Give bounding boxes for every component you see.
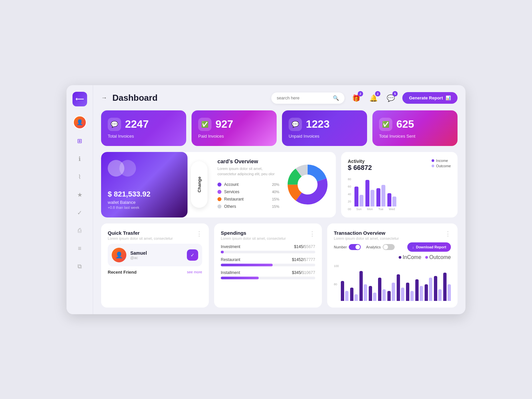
y-axis: 80 60 40 20 00 [348, 178, 351, 211]
notification-icon-button[interactable]: 🔔 2 [367, 92, 380, 104]
stat-cards-row: 💬 2247 Total Invoices ✅ 927 Paid Invoice… [101, 110, 458, 146]
stat-card-unpaid-invoices[interactable]: 💬 1223 Unpaid Invoices [282, 110, 367, 146]
bar-label-sun: Sun [356, 207, 362, 211]
transaction-overview-panel: Transaction Overview Lorem ipsum dolor s… [327, 223, 458, 308]
tx-income-3 [359, 271, 363, 301]
tx-income-4 [369, 286, 372, 301]
stat-card-sent-invoices[interactable]: ✅ 625 Total Invoices Sent [372, 110, 458, 146]
sidebar-item-print[interactable]: ⎙ [74, 225, 86, 237]
tx-outcome-4 [373, 293, 376, 301]
tx-income-11 [434, 276, 437, 301]
back-arrow-icon: → [101, 94, 107, 101]
stat-card-paid-invoices[interactable]: ✅ 927 Paid Invoices [192, 110, 277, 146]
stat-card-total-invoices[interactable]: 💬 2247 Total Invoices [101, 110, 186, 146]
transaction-legend: InCome Outcome [334, 254, 451, 260]
send-button[interactable]: ✓ [187, 249, 198, 261]
income-label-tx: InCome [403, 254, 421, 260]
legend-label-restaurant: Restaurant [224, 197, 244, 201]
pie-legend: Account 20% Services 40% [217, 182, 279, 209]
stat-header: ✅ 625 [379, 118, 451, 131]
income-dot-tx [399, 256, 401, 259]
stat-icon: ✅ [379, 118, 392, 131]
number-toggle[interactable] [349, 244, 361, 250]
spendings-header: Spendings Lorem ipsum dolor sit amet, co… [221, 230, 315, 240]
spending-item-restaurant: Restaurant $1452/$7777 [221, 257, 315, 266]
search-bar[interactable]: 🔍 [271, 92, 344, 104]
tx-outcome-2 [354, 294, 358, 301]
legend-label-others: Others [224, 204, 236, 209]
sidebar-item-info[interactable]: ℹ [74, 153, 86, 165]
tx-chart-wrapper: 100 80 [334, 262, 451, 301]
outcome-bar-sun [359, 195, 363, 206]
legend-dot-account [217, 183, 221, 187]
progress-bar-investment [221, 251, 315, 253]
spendings-menu-icon[interactable]: ⋮ [309, 230, 315, 237]
activity-legend: Income Outcome [432, 159, 451, 168]
outcome-label: Outcome [436, 164, 451, 168]
outcome-bar-wed [392, 197, 396, 206]
app-container: ⟵ 👤 ⊞ ℹ ⌇ ★ ✓ ⎙ ≡ ⧉ → Dashboard 🔍 🎁 2 [66, 85, 466, 314]
stat-header: 💬 1223 [289, 118, 360, 131]
gift-icon-button[interactable]: 🎁 2 [350, 92, 362, 104]
stat-icon: 💬 [108, 118, 121, 131]
transaction-title: Transaction Overview [334, 230, 399, 236]
spending-amount-investment: $145/$5677 [294, 244, 315, 249]
tx-income-12 [443, 273, 447, 301]
sidebar-item-dashboard[interactable]: ⊞ [74, 135, 86, 147]
tx-outcome-1 [345, 291, 348, 301]
see-more-link[interactable]: see more [187, 270, 202, 274]
tx-outcome-3 [364, 284, 367, 301]
transaction-menu-icon[interactable]: ⋮ [445, 230, 451, 237]
sidebar-item-check[interactable]: ✓ [74, 207, 86, 219]
legend-item-restaurant: Restaurant 15% [217, 197, 279, 201]
sidebar-logo[interactable]: ⟵ [72, 92, 87, 106]
tx-bar-chart [341, 264, 451, 301]
tx-bar-8 [406, 283, 414, 301]
circle-right [119, 160, 136, 177]
legend-pct-others: 15% [272, 204, 279, 208]
bar-chart-icon: 📊 [446, 95, 451, 100]
wallet-label: wallet Balance [108, 200, 181, 205]
activity-title: Activity [348, 159, 372, 164]
tx-outcome-6 [392, 283, 395, 301]
quick-transfer-menu-icon[interactable]: ⋮ [196, 230, 202, 237]
wallet-change: +0.8 than last week [108, 205, 181, 209]
transaction-controls-row: Number Analytics ↓ Download Report [334, 242, 451, 252]
sidebar-item-layers[interactable]: ⧉ [74, 261, 86, 273]
download-label: Download Report [416, 245, 446, 249]
user-avatar[interactable]: 👤 [73, 116, 86, 129]
user-row: 👤 Samuel @ac ✓ [108, 244, 202, 266]
download-report-button[interactable]: ↓ Download Report [407, 242, 451, 252]
analytics-toggle-group: Analytics [366, 244, 395, 250]
download-icon: ↓ [412, 245, 414, 249]
income-legend: InCome [399, 254, 421, 260]
message-icon-button[interactable]: 💬 5 [384, 92, 397, 104]
legend-item-services: Services 40% [217, 190, 279, 194]
quick-transfer-header: Quick Trasfer Lorem ipsum dolor sit amet… [108, 230, 202, 240]
income-legend-item: Income [432, 159, 451, 163]
outcome-dot-tx [425, 256, 428, 259]
sidebar-item-analytics[interactable]: ⌇ [74, 171, 86, 183]
number-toggle-group: Number [334, 244, 361, 250]
middle-row: $ 821,533.92 wallet Balance +0.8 than la… [101, 152, 458, 217]
income-bar-sun [354, 187, 358, 206]
generate-report-button[interactable]: Generate Report 📊 [402, 92, 458, 104]
stat-icon: 💬 [289, 118, 302, 131]
spending-item-investment: Investment $145/$5677 [221, 244, 315, 253]
bar-group-wed: Wed [387, 193, 396, 211]
change-button[interactable]: Change [191, 161, 207, 208]
tx-bar-6 [387, 283, 395, 301]
outcome-bar-tue [381, 185, 385, 206]
tx-bar-2 [350, 288, 358, 301]
bar-group-sun: Sun [354, 187, 363, 211]
sidebar-item-menu[interactable]: ≡ [74, 243, 86, 255]
wallet-amount: $ 821,533.92 [108, 190, 181, 199]
sidebar-item-favorites[interactable]: ★ [74, 189, 86, 201]
analytics-toggle[interactable] [383, 244, 395, 250]
tx-outcome-9 [420, 286, 423, 301]
card-circles-decoration [108, 160, 181, 177]
spendings-panel: Spendings Lorem ipsum dolor sit amet, co… [214, 223, 322, 308]
header-icons: 🎁 2 🔔 2 💬 5 [350, 92, 397, 104]
tx-outcome-5 [382, 289, 386, 301]
search-input[interactable] [277, 95, 330, 100]
